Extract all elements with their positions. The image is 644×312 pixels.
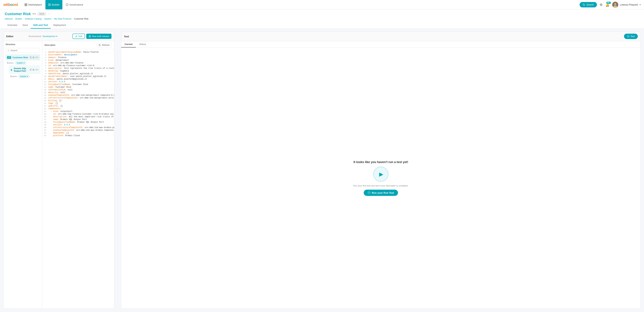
panel-divider: ⋮	[116, 32, 119, 309]
code-line: 6id: urn:dmb:dp:finance:customer-risk:0	[42, 64, 114, 67]
branch-chevron-icon: ▾	[24, 62, 24, 64]
dremio-expand-icon[interactable]: ⊞	[32, 68, 34, 71]
search-button[interactable]: Search	[580, 2, 597, 8]
code-line: 28 fullyQualifiedName: Dremio SQL Output…	[42, 121, 114, 124]
breadcrumb-system[interactable]: System	[44, 18, 52, 20]
builder-label: Builder	[52, 3, 60, 6]
branch-row-dremio: Branch: master ▾	[9, 75, 40, 79]
search-icon	[583, 4, 585, 6]
nav-items: Marketplace Builder Governance	[22, 0, 580, 10]
structure-panel: Structure CR Customer Risk ☰	[4, 41, 42, 308]
logo-text: witboost	[3, 3, 18, 7]
branch-row-main: Branch: master ▾	[6, 61, 40, 66]
editor-panel: Editor Environment: Development ▾ Edit	[3, 32, 114, 309]
descriptor-header: Descriptor Refresh	[42, 41, 114, 49]
nav-marketplace[interactable]: Marketplace	[22, 0, 45, 10]
test-tab-current[interactable]: Current	[121, 41, 136, 48]
page-header: Customer Risk ••• 0.0.0 ☆ witboost / Bui…	[0, 10, 644, 29]
notification-badge: 99+	[606, 2, 611, 4]
code-line: 21tags: []	[42, 102, 114, 105]
code-line: 27 name: Dremio SQL Output Port	[42, 118, 114, 121]
edit-button[interactable]: Edit	[72, 34, 85, 39]
code-icon[interactable]: </>	[35, 56, 38, 59]
code-line: 32 dependsOn: []	[42, 132, 114, 134]
version-badge: 0.0.0	[37, 12, 46, 16]
dremio-list-icon[interactable]: ☰	[30, 68, 32, 71]
code-line: 23components:	[42, 107, 114, 110]
governance-label: Governance	[70, 3, 83, 6]
code-editor[interactable]: 1dataProductOwnerDisplayName: Paolo Plat…	[42, 49, 114, 308]
dremio-code-icon[interactable]: </>	[35, 68, 38, 71]
tree-item-row-dremio[interactable]: ◈ Dremio SQL Output Port ☰ ⊞ </>	[9, 66, 40, 74]
code-line: 25 id: urn:dmb:cmp:finance:customer-risk…	[42, 113, 114, 115]
svg-point-7	[614, 3, 616, 5]
user-name: Lorenzo Pirazzini	[620, 3, 638, 6]
user-area[interactable]: Lorenzo Pirazzini ▾	[612, 2, 641, 8]
user-menu-chevron-icon: ▾	[640, 4, 641, 6]
code-line: 14name: Customer Risk	[42, 86, 114, 89]
list-icon[interactable]: ☰	[30, 56, 32, 59]
tab-docs[interactable]: Docs	[20, 22, 30, 29]
refresh-icon	[98, 44, 101, 46]
tab-edit-and-test[interactable]: Edit and Test	[30, 22, 50, 29]
notifications-button[interactable]: 🔔 99+	[605, 3, 610, 7]
structure-search-icon	[8, 49, 10, 52]
breadcrumb-current: Customer Risk	[74, 18, 88, 20]
nav-right: Search ⚙ 🔔 99+ Lorenzo Pirazzini ▾	[580, 2, 641, 8]
test-run-button[interactable]: Test	[624, 34, 638, 39]
tab-deployment[interactable]: Deployment	[50, 22, 68, 29]
svg-rect-3	[26, 5, 27, 6]
breadcrumb-builder[interactable]: Builder	[15, 18, 22, 20]
empty-state-description: Run your first test and see if your desc…	[353, 184, 408, 187]
branch-label: Branch:	[7, 62, 14, 64]
code-line: 20billing: {}	[42, 99, 114, 102]
page-tabs: Overview Docs Edit and Test Deployment	[5, 22, 639, 29]
code-line: 8devGroup: bigdata	[42, 70, 114, 72]
code-line: 13fullyQualifiedName: Customer Risk	[42, 83, 114, 86]
code-line: 3domain: finance	[42, 56, 114, 59]
svg-rect-1	[26, 4, 27, 5]
settings-icon[interactable]: ⚙	[600, 3, 603, 7]
tree-item-customer-risk: CR Customer Risk ☰ ⊞ </> Branch: master …	[6, 55, 40, 79]
structure-title: Structure	[6, 43, 40, 46]
favorite-icon[interactable]: ☆	[48, 12, 50, 16]
more-options-icon[interactable]: •••	[32, 12, 36, 16]
dremio-branch-chevron-icon: ▾	[27, 75, 28, 78]
play-circle-button[interactable]: ▶	[373, 167, 388, 182]
nav-builder[interactable]: Builder	[46, 0, 62, 10]
breadcrumb-my-data-products[interactable]: My Data Products	[54, 18, 72, 20]
code-line: 10dataProductOwner: user:paolo.platter_a…	[42, 75, 114, 78]
refresh-button[interactable]: Refresh	[96, 43, 112, 47]
run-first-test-button[interactable]: Run your first Test	[364, 190, 398, 196]
test-title: Test	[124, 35, 129, 38]
environment-value[interactable]: Development ▾	[42, 35, 57, 38]
breadcrumb-software-catalog[interactable]: Software Catalog	[25, 18, 42, 20]
tree-item-abbr-cr: CR	[7, 56, 11, 59]
avatar	[612, 2, 618, 8]
code-line: 4kind: dataproduct	[42, 59, 114, 62]
nav-governance[interactable]: Governance	[63, 0, 86, 10]
play-triangle-icon: ▶	[379, 171, 383, 177]
code-line: 1dataProductOwnerDisplayName: Paolo Plat…	[42, 51, 114, 54]
breadcrumb-witboost[interactable]: witboost	[5, 18, 13, 20]
expand-icon[interactable]: ⊞	[32, 56, 34, 59]
tree-item-icons: ☰ ⊞ </>	[30, 56, 38, 59]
top-navigation: witboost Marketplace Builder Governance	[0, 0, 644, 10]
logo[interactable]: witboost	[3, 3, 18, 7]
tree-item-row-customer-risk[interactable]: CR Customer Risk ☰ ⊞ </>	[6, 55, 40, 60]
code-line: 29 version: 0.0.0	[42, 124, 114, 126]
structure-search-input[interactable]	[10, 49, 38, 52]
test-tab-history[interactable]: History	[136, 41, 149, 48]
structure-search-box[interactable]	[6, 48, 40, 53]
test-empty-state: It looks like you haven't run a test yet…	[121, 48, 640, 308]
code-line: 12version: 0.0.0	[42, 81, 114, 83]
test-panel: Test Test Current History It looks like …	[121, 32, 641, 309]
tab-overview[interactable]: Overview	[5, 22, 20, 29]
branch-selector-dremio[interactable]: master ▾	[18, 75, 30, 78]
test-tabs: Current History	[121, 41, 640, 48]
new-draft-release-button[interactable]: New draft release	[86, 34, 112, 39]
descriptor-panel: Descriptor Refresh 1dataProductOwnerDisp…	[42, 41, 114, 308]
branch-selector-main[interactable]: master ▾	[15, 61, 26, 65]
divider-handle-icon: ⋮	[116, 168, 120, 172]
play-icon	[627, 35, 629, 38]
